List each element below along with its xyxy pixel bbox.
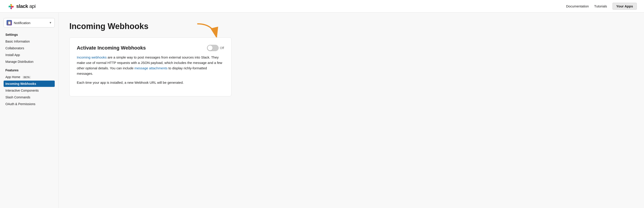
sidebar-item-incoming-webhooks[interactable]: Incoming Webhooks — [4, 80, 55, 87]
toggle-container: Off — [207, 45, 224, 51]
card-title: Activate Incoming Webhooks — [77, 45, 146, 51]
app-selector-left: 📋 Notification — [6, 20, 30, 26]
header-nav: Documentation Tutorials Your Apps — [566, 3, 637, 10]
sidebar-item-collaborators[interactable]: Collaborators — [4, 45, 55, 51]
tutorials-link[interactable]: Tutorials — [594, 4, 607, 8]
activate-webhooks-card: Activate Incoming Webhooks Off Incoming … — [69, 37, 232, 96]
sidebar-item-oauth-permissions[interactable]: OAuth & Permissions — [4, 101, 55, 107]
sidebar-item-basic-information[interactable]: Basic Information — [4, 38, 55, 44]
card-wrapper: Activate Incoming Webhooks Off Incoming … — [69, 37, 232, 96]
header-left: slack api — [7, 3, 36, 10]
features-section-title: Features — [4, 68, 55, 72]
logo-text: slack api — [16, 4, 36, 9]
beta-badge: BETA — [22, 76, 30, 79]
activate-toggle[interactable] — [207, 45, 219, 51]
app-selector[interactable]: 📋 Notification ▼ — [4, 18, 55, 28]
card-body: Incoming webhooks are a simple way to po… — [77, 55, 224, 85]
your-apps-button[interactable]: Your Apps — [612, 3, 637, 10]
settings-section-title: Settings — [4, 33, 55, 36]
sidebar-item-manage-distribution[interactable]: Manage Distribution — [4, 58, 55, 65]
sidebar-item-slash-commands[interactable]: Slash Commands — [4, 94, 55, 100]
card-header: Activate Incoming Webhooks Off — [77, 45, 224, 51]
card-description-2: Each time your app is installed, a new W… — [77, 80, 224, 85]
documentation-link[interactable]: Documentation — [566, 4, 589, 8]
toggle-knob — [208, 46, 212, 50]
app-selector-name: Notification — [14, 21, 30, 25]
incoming-webhooks-link[interactable]: Incoming webhooks — [77, 56, 107, 59]
page-title: Incoming Webhooks — [69, 22, 633, 31]
card-description-1: Incoming webhooks are a simple way to po… — [77, 55, 224, 76]
sidebar-item-interactive-components[interactable]: Interactive Components — [4, 87, 55, 94]
sidebar-item-app-home[interactable]: App Home BETA — [4, 74, 55, 80]
chevron-down-icon: ▼ — [49, 21, 52, 24]
slack-logo: slack api — [7, 3, 36, 10]
main-content: Incoming Webhooks Activate Incoming Webh… — [58, 12, 644, 208]
sidebar-item-install-app[interactable]: Install App — [4, 52, 55, 58]
main-layout: 📋 Notification ▼ Settings Basic Informat… — [0, 12, 644, 208]
message-attachments-link[interactable]: message attachments — [134, 66, 168, 70]
toggle-label: Off — [220, 46, 224, 50]
app-icon: 📋 — [6, 20, 12, 26]
sidebar: 📋 Notification ▼ Settings Basic Informat… — [0, 12, 58, 208]
slack-logo-icon — [7, 3, 14, 10]
header: slack api Documentation Tutorials Your A… — [0, 0, 644, 12]
